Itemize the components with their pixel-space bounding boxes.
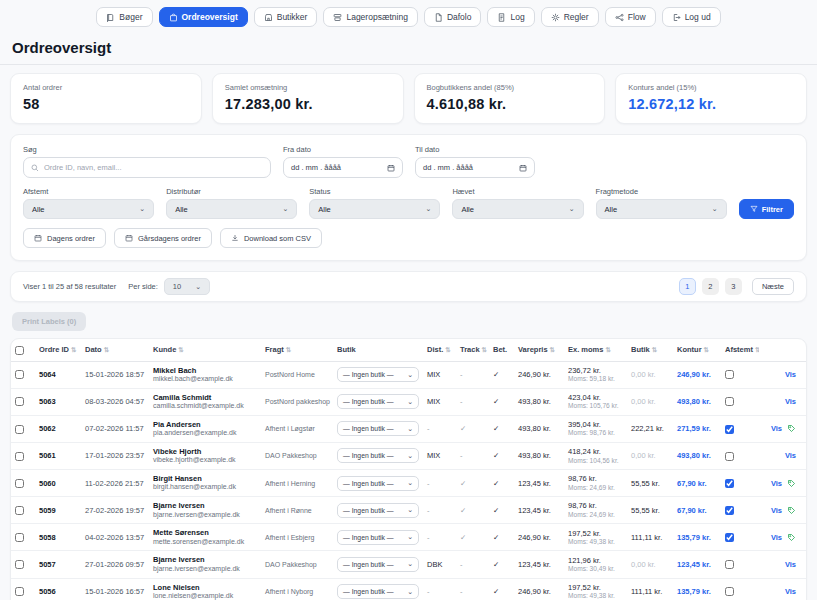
calendar-icon[interactable] bbox=[387, 164, 395, 172]
view-order-link[interactable]: Vis bbox=[785, 451, 796, 460]
sort-icon[interactable]: ⇅ bbox=[178, 346, 183, 353]
page-button-1[interactable]: 1 bbox=[679, 278, 696, 295]
filter-select-distributør[interactable]: Alle⌄ bbox=[166, 199, 297, 219]
page-button-2[interactable]: 2 bbox=[702, 278, 719, 295]
row-checkbox[interactable] bbox=[15, 452, 24, 461]
filter-button[interactable]: Filtrer bbox=[739, 199, 794, 219]
quick-button-0[interactable]: Dagens ordrer bbox=[23, 228, 106, 248]
sort-icon[interactable]: ⇅ bbox=[755, 346, 759, 353]
column-header-varepris[interactable]: Varepris⇅ bbox=[514, 339, 564, 361]
reconciled-checkbox[interactable] bbox=[725, 397, 734, 406]
select-all-checkbox[interactable] bbox=[15, 346, 24, 355]
view-order-link[interactable]: Vis bbox=[771, 506, 782, 515]
reconciled-checkbox[interactable] bbox=[725, 479, 734, 488]
print-labels-button[interactable]: Print Labels (0) bbox=[12, 312, 86, 331]
row-checkbox[interactable] bbox=[15, 370, 24, 379]
print-label-icon[interactable] bbox=[787, 479, 796, 488]
per-side-select[interactable]: 10 ⌄ bbox=[164, 278, 210, 295]
column-header-butik[interactable]: Butik⇅ bbox=[627, 339, 673, 361]
track-cell: ✓ bbox=[456, 497, 489, 524]
view-order-link[interactable]: Vis bbox=[771, 424, 782, 433]
to-date-input[interactable]: dd . mm . åååå bbox=[415, 157, 535, 178]
view-order-link[interactable]: Vis bbox=[785, 397, 796, 406]
sort-icon[interactable]: ⇅ bbox=[652, 346, 657, 353]
nav-tab-regler[interactable]: Regler bbox=[541, 7, 599, 27]
row-butik-select[interactable]: — Ingen butik —⌄ bbox=[337, 503, 419, 518]
row-checkbox[interactable] bbox=[15, 425, 24, 434]
row-butik-select[interactable]: — Ingen butik —⌄ bbox=[337, 421, 419, 436]
sort-icon[interactable]: ⇅ bbox=[482, 346, 487, 353]
nav-tab-butikker[interactable]: Butikker bbox=[254, 7, 318, 27]
nav-tab-flow[interactable]: Flow bbox=[605, 7, 656, 27]
nav-tab-log[interactable]: Log bbox=[487, 7, 534, 27]
row-checkbox[interactable] bbox=[15, 397, 24, 406]
reconciled-checkbox[interactable] bbox=[725, 560, 734, 569]
search-input[interactable] bbox=[44, 163, 263, 172]
filter-select-hævet[interactable]: Alle⌄ bbox=[452, 199, 583, 219]
table-row: 506207-02-2026 11:57Pia Andersenpia.ande… bbox=[11, 415, 806, 442]
reconciled-checkbox[interactable] bbox=[725, 452, 734, 461]
reconciled-checkbox[interactable] bbox=[725, 506, 734, 515]
row-butik-select[interactable]: — Ingen butik —⌄ bbox=[337, 367, 419, 382]
calendar-icon[interactable] bbox=[519, 164, 527, 172]
search-box[interactable] bbox=[23, 157, 271, 178]
sort-icon[interactable]: ⇅ bbox=[445, 346, 450, 353]
filter-select-afstemt[interactable]: Alle⌄ bbox=[23, 199, 154, 219]
reconciled-checkbox[interactable] bbox=[725, 587, 734, 596]
sort-icon[interactable]: ⇅ bbox=[704, 346, 709, 353]
sort-icon[interactable]: ⇅ bbox=[550, 346, 555, 353]
sort-icon[interactable]: ⇅ bbox=[286, 346, 291, 353]
print-label-icon[interactable] bbox=[787, 424, 796, 433]
row-checkbox[interactable] bbox=[15, 533, 24, 542]
column-header-ordre-id[interactable]: Ordre ID⇅ bbox=[35, 339, 81, 361]
print-label-icon[interactable] bbox=[787, 533, 796, 542]
column-header-dist-[interactable]: Dist.⇅ bbox=[423, 339, 456, 361]
view-order-link[interactable]: Vis bbox=[785, 560, 796, 569]
nav-tab-ordreoversigt[interactable]: Ordreoversigt bbox=[159, 7, 248, 27]
column-header-kunde[interactable]: Kunde⇅ bbox=[149, 339, 261, 361]
row-checkbox[interactable] bbox=[15, 479, 24, 488]
reconciled-checkbox[interactable] bbox=[725, 425, 734, 434]
quick-button-1[interactable]: Gårsdagens ordrer bbox=[114, 228, 212, 248]
ex-vat-cell: 98,76 kr.Moms: 24,69 kr. bbox=[564, 470, 627, 497]
nav-tab-dafolo[interactable]: Dafolo bbox=[424, 7, 482, 27]
view-order-link[interactable]: Vis bbox=[785, 370, 796, 379]
view-order-link[interactable]: Vis bbox=[771, 533, 782, 542]
from-date-input[interactable]: dd . mm . åååå bbox=[283, 157, 403, 178]
row-checkbox[interactable] bbox=[15, 587, 24, 596]
row-select-cell bbox=[11, 497, 35, 524]
column-header-ex-moms[interactable]: Ex. moms⇅ bbox=[564, 339, 627, 361]
next-page-button[interactable]: Næste bbox=[752, 278, 794, 295]
page-button-3[interactable]: 3 bbox=[725, 278, 742, 295]
row-butik-select[interactable]: — Ingen butik —⌄ bbox=[337, 530, 419, 545]
column-header-fragt[interactable]: Fragt⇅ bbox=[261, 339, 333, 361]
reconciled-checkbox[interactable] bbox=[725, 370, 734, 379]
nav-tab-lagerops-tning[interactable]: Lageropsætning bbox=[323, 7, 417, 27]
row-butik-select[interactable]: — Ingen butik —⌄ bbox=[337, 557, 419, 572]
filter-select-status[interactable]: Alle⌄ bbox=[309, 199, 440, 219]
view-order-link[interactable]: Vis bbox=[785, 587, 796, 596]
column-header-kontur[interactable]: Kontur⇅ bbox=[673, 339, 721, 361]
reconciled-checkbox[interactable] bbox=[725, 533, 734, 542]
sort-icon[interactable]: ⇅ bbox=[104, 346, 109, 353]
filter-select-fragtmetode[interactable]: Alle⌄ bbox=[596, 199, 727, 219]
column-header-afstemt[interactable]: Afstemt⇅ bbox=[721, 339, 759, 361]
nav-tab-b-ger[interactable]: Bøger bbox=[96, 7, 152, 27]
distributor-cell: - bbox=[423, 497, 456, 524]
row-butik-select[interactable]: — Ingen butik —⌄ bbox=[337, 448, 419, 463]
sort-icon[interactable]: ⇅ bbox=[71, 346, 76, 353]
row-checkbox[interactable] bbox=[15, 560, 24, 569]
column-header-dato[interactable]: Dato⇅ bbox=[81, 339, 149, 361]
view-order-link[interactable]: Vis bbox=[771, 479, 782, 488]
sort-icon[interactable]: ⇅ bbox=[605, 346, 610, 353]
nav-tab-log-ud[interactable]: Log ud bbox=[662, 7, 721, 27]
print-label-icon[interactable] bbox=[787, 506, 796, 515]
row-butik-select[interactable]: — Ingen butik —⌄ bbox=[337, 394, 419, 409]
quick-button-2[interactable]: Download som CSV bbox=[220, 228, 322, 248]
row-butik-select[interactable]: — Ingen butik —⌄ bbox=[337, 584, 419, 599]
store-select-cell: — Ingen butik —⌄ bbox=[333, 415, 423, 442]
column-header-track[interactable]: Track⇅ bbox=[456, 339, 489, 361]
row-butik-select-value: — Ingen butik — bbox=[343, 425, 394, 432]
row-butik-select[interactable]: — Ingen butik —⌄ bbox=[337, 476, 419, 491]
row-checkbox[interactable] bbox=[15, 506, 24, 515]
